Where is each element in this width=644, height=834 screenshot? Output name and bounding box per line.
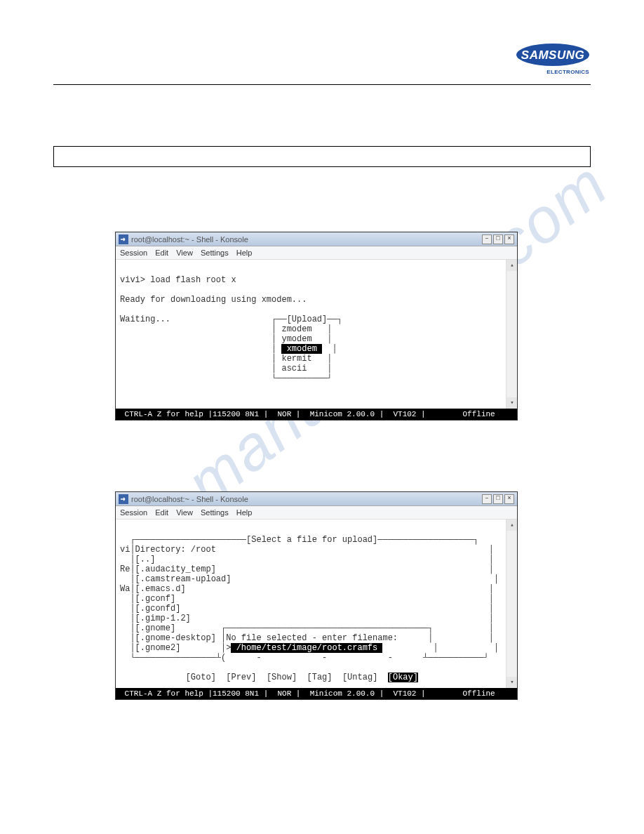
waiting-line: Waiting... xyxy=(120,315,170,324)
samsung-logo: SAMSUNG xyxy=(515,42,591,67)
terminal-body[interactable]: ┌──────────────────────[Select a file fo… xyxy=(116,519,517,688)
close-button[interactable]: × xyxy=(504,494,514,504)
scroll-up-icon[interactable]: ▴ xyxy=(507,260,517,271)
menu-view[interactable]: View xyxy=(176,508,193,517)
scrollbar[interactable]: ▴ ▾ xyxy=(506,260,517,409)
menu-settings[interactable]: Settings xyxy=(201,249,229,257)
file-entry[interactable]: [.gnome-desktop] xyxy=(135,633,216,643)
minimize-button[interactable]: – xyxy=(482,494,492,504)
button-prev[interactable]: [Prev] xyxy=(226,673,256,682)
command-box xyxy=(53,146,591,167)
file-entry[interactable]: [.gimp-1.2] xyxy=(135,614,191,623)
file-entry-up[interactable]: [..] xyxy=(135,555,156,564)
bg-prefix-re: Re xyxy=(120,564,130,574)
file-entry[interactable]: [.gconfd] xyxy=(135,604,181,614)
scroll-down-icon[interactable]: ▾ xyxy=(507,397,517,409)
filename-input-selected[interactable]: /home/test/image/root.cramfs xyxy=(231,643,382,653)
button-untag[interactable]: [Untag] xyxy=(342,673,377,682)
select-file-dialog-title: [Select a file for upload] xyxy=(246,535,377,545)
upload-opt-xmodem-selected[interactable]: xmodem xyxy=(281,344,322,354)
button-tag[interactable]: [Tag] xyxy=(307,673,333,682)
prompt-line: vivi> load flash root x xyxy=(120,275,236,285)
file-entry[interactable]: [.gnome] xyxy=(135,623,176,633)
minimize-button[interactable]: – xyxy=(482,234,492,244)
menu-view[interactable]: View xyxy=(176,249,193,257)
file-entry[interactable]: [.gconf] xyxy=(135,594,176,604)
button-show[interactable]: [Show] xyxy=(267,673,297,682)
scroll-down-icon[interactable]: ▾ xyxy=(507,677,517,688)
minicom-statusbar: CTRL-A Z for help |115200 8N1 | NOR | Mi… xyxy=(116,688,517,699)
terminal-body[interactable]: vivi> load flash root x Ready for downlo… xyxy=(116,260,517,409)
maximize-button[interactable]: □ xyxy=(493,234,503,244)
menu-edit[interactable]: Edit xyxy=(155,249,168,257)
maximize-button[interactable]: □ xyxy=(493,494,503,504)
upload-opt-ascii[interactable]: ascii xyxy=(281,364,307,373)
konsole-window-1: root@localhost:~ - Shell - Konsole – □ ×… xyxy=(115,232,518,421)
paren: ( xyxy=(221,653,226,663)
bg-prefix-vi: vi xyxy=(120,545,130,555)
ready-line: Ready for downloading using xmodem... xyxy=(120,295,307,305)
scrollbar[interactable]: ▴ ▾ xyxy=(506,519,517,688)
button-okay-selected[interactable]: [Okay] xyxy=(388,673,418,682)
scroll-up-icon[interactable]: ▴ xyxy=(507,519,517,531)
window-title: root@localhost:~ - Shell - Konsole xyxy=(131,235,482,244)
menu-settings[interactable]: Settings xyxy=(201,508,229,517)
file-entry[interactable]: [.gnome2] xyxy=(135,643,181,653)
brand-logo-block: SAMSUNG ELECTRONICS xyxy=(515,42,591,75)
menu-help[interactable]: Help xyxy=(236,508,253,517)
bg-prefix-wa: Wa xyxy=(120,584,130,594)
file-entry[interactable]: [.audacity_temp] xyxy=(135,564,216,574)
upload-opt-kermit[interactable]: kermit xyxy=(281,354,311,364)
window-title: root@localhost:~ - Shell - Konsole xyxy=(131,495,482,503)
app-arrow-icon xyxy=(119,494,128,504)
logo-text: SAMSUNG xyxy=(521,48,584,62)
directory-label: Directory: /root xyxy=(135,545,216,555)
menu-session[interactable]: Session xyxy=(120,249,147,257)
upload-opt-ymodem[interactable]: ymodem xyxy=(281,334,311,344)
brand-subtext: ELECTRONICS xyxy=(515,69,589,75)
upload-dialog-title: [Upload] xyxy=(287,315,328,324)
titlebar: root@localhost:~ - Shell - Konsole – □ × xyxy=(116,232,517,246)
header-divider xyxy=(53,84,591,85)
menu-edit[interactable]: Edit xyxy=(155,508,168,517)
menu-help[interactable]: Help xyxy=(236,249,253,257)
close-button[interactable]: × xyxy=(504,234,514,244)
file-entry[interactable]: [.emacs.d] xyxy=(135,584,186,594)
upload-opt-zmodem[interactable]: zmodem xyxy=(281,324,311,334)
app-arrow-icon xyxy=(119,234,128,244)
menubar: Session Edit View Settings Help xyxy=(116,506,517,519)
button-goto[interactable]: [Goto] xyxy=(186,673,216,682)
konsole-window-2: root@localhost:~ - Shell - Konsole – □ ×… xyxy=(115,491,518,700)
file-entry[interactable]: [.camstream-upload] xyxy=(135,574,232,584)
filename-prompt: No file selected - enter filename: xyxy=(226,633,398,643)
menu-session[interactable]: Session xyxy=(120,508,147,517)
titlebar: root@localhost:~ - Shell - Konsole – □ × xyxy=(116,492,517,506)
menubar: Session Edit View Settings Help xyxy=(116,246,517,260)
minicom-statusbar: CTRL-A Z for help |115200 8N1 | NOR | Mi… xyxy=(116,409,517,420)
